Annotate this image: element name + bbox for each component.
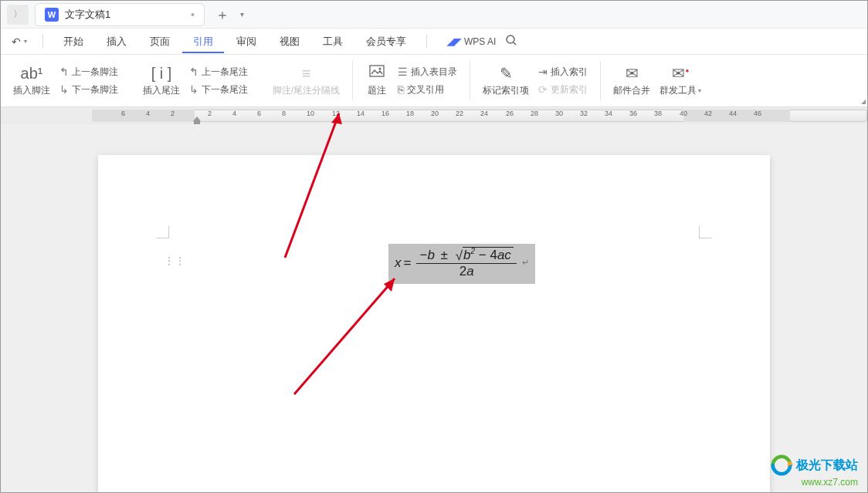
eq-var: x <box>395 255 402 271</box>
label: 更新索引 <box>551 83 588 96</box>
cross-reference-button[interactable]: ⎘交叉引用 <box>398 83 457 96</box>
ribbon-mail-group: ✉ 邮件合并 ✉● 群发工具▾ <box>601 55 714 106</box>
index-icon: ✎ <box>500 64 513 83</box>
eq-num: 2 <box>459 264 466 279</box>
ribbon-separator-group: ≡ 脚注/尾注分隔线 <box>260 55 352 106</box>
caption-icon <box>369 65 385 83</box>
wps-ai-button[interactable]: ◢◤WPS AI <box>447 36 496 47</box>
label: 群发工具 <box>659 84 697 97</box>
label: 插入表目录 <box>411 66 457 79</box>
document-tab[interactable]: W 文字文稿1 • <box>35 3 205 26</box>
prev-footnote-button[interactable]: ↰上一条脚注 <box>59 66 118 79</box>
label: 插入尾注 <box>143 84 180 97</box>
horizontal-ruler[interactable]: 6422468101214161820222426283032343638404… <box>1 107 867 124</box>
menu-tools[interactable]: 工具 <box>312 30 354 53</box>
label: 上一条脚注 <box>72 66 118 79</box>
insert-figure-table-button[interactable]: ☰插入表目录 <box>398 66 457 79</box>
equation-object[interactable]: x = −b ± b2 − 4ac 2a ↵ <box>388 244 535 284</box>
label: 下一条脚注 <box>72 83 118 96</box>
menu-review[interactable]: 审阅 <box>225 30 267 53</box>
menu-page[interactable]: 页面 <box>139 30 181 53</box>
insert-endnote-button[interactable]: [ i ] 插入尾注 <box>138 62 185 100</box>
new-tab-button[interactable]: ＋ <box>211 5 234 24</box>
indent-marker[interactable] <box>193 116 201 124</box>
update-icon: ⟳ <box>538 83 548 96</box>
mail-merge-button[interactable]: ✉ 邮件合并 <box>609 61 655 100</box>
ribbon-expand-icon[interactable]: ◢ <box>861 98 866 105</box>
footnote-separator-button: ≡ 脚注/尾注分隔线 <box>268 62 344 100</box>
ai-icon: ◢◤ <box>447 36 461 47</box>
separator <box>42 35 43 49</box>
menu-references[interactable]: 引用 <box>182 30 224 53</box>
watermark: 极光下载站 www.xz7.com <box>770 454 858 488</box>
watermark-logo-icon <box>770 454 793 477</box>
next-icon: ↳ <box>189 83 198 96</box>
menu-member[interactable]: 会员专享 <box>355 30 417 53</box>
tab-history-button[interactable]: 〉 <box>7 5 29 25</box>
eq-sign: − <box>419 248 427 262</box>
insert-index-icon: ⇥ <box>538 66 548 78</box>
next-footnote-button[interactable]: ↳下一条脚注 <box>59 83 118 96</box>
margin-corner-icon <box>699 226 711 238</box>
prev-endnote-button[interactable]: ↰上一条尾注 <box>189 66 248 79</box>
tab-dropdown-icon[interactable]: ▾ <box>240 10 244 19</box>
svg-point-0 <box>507 35 514 43</box>
paragraph-mark-icon: ↵ <box>522 258 529 268</box>
footnote-icon: ab¹ <box>21 65 43 83</box>
label: 邮件合并 <box>613 84 650 97</box>
tab-close-icon[interactable]: • <box>191 8 195 21</box>
svg-line-1 <box>514 42 516 45</box>
eq-var: c <box>504 248 511 262</box>
eq-pm: ± <box>441 248 448 262</box>
separator-icon: ≡ <box>302 65 311 83</box>
document-canvas[interactable]: x = −b ± b2 − 4ac 2a ↵ <box>1 124 867 492</box>
endnote-icon: [ i ] <box>151 65 172 83</box>
ribbon-index-group: ✎ 标记索引项 ⇥插入索引 ⟳更新索引 <box>470 55 600 106</box>
eq-equals: = <box>404 255 412 271</box>
label: 插入索引 <box>551 66 588 79</box>
menu-home[interactable]: 开始 <box>53 30 94 53</box>
label: 脚注/尾注分隔线 <box>273 84 340 97</box>
ribbon-footnote-group: ab¹ 插入脚注 ↰上一条脚注 ↳下一条脚注 <box>1 55 131 106</box>
ribbon-toolbar: ab¹ 插入脚注 ↰上一条脚注 ↳下一条脚注 [ i ] 插入尾注 ↰上一条尾注… <box>1 55 867 107</box>
eq-text: − 4 <box>475 248 497 262</box>
insert-index-button[interactable]: ⇥插入索引 <box>538 66 588 79</box>
object-drag-handle-icon[interactable] <box>164 255 186 266</box>
next-icon: ↳ <box>59 83 69 96</box>
page[interactable]: x = −b ± b2 − 4ac 2a ↵ <box>98 155 770 492</box>
ribbon-endnote-group: [ i ] 插入尾注 ↰上一条尾注 ↳下一条尾注 <box>131 55 260 106</box>
next-endnote-button[interactable]: ↳下一条尾注 <box>189 83 248 96</box>
wps-ai-label: WPS AI <box>464 36 496 47</box>
table-icon: ☰ <box>398 66 408 78</box>
title-tab-bar: 〉 W 文字文稿1 • ＋ ▾ <box>1 1 867 29</box>
bulk-mail-icon: ✉● <box>672 64 689 83</box>
eq-fraction: −b ± b2 − 4ac 2a <box>416 247 516 279</box>
label: 题注 <box>368 84 386 97</box>
update-index-button: ⟳更新索引 <box>538 83 588 96</box>
prev-icon: ↰ <box>59 66 69 78</box>
eq-var: b <box>427 248 434 262</box>
menu-view[interactable]: 视图 <box>269 30 310 53</box>
word-doc-icon: W <box>45 8 59 22</box>
label: 标记索引项 <box>483 84 529 97</box>
menu-insert[interactable]: 插入 <box>96 30 137 53</box>
insert-footnote-button[interactable]: ab¹ 插入脚注 <box>8 62 55 100</box>
eq-var: a <box>497 248 504 262</box>
ribbon-caption-group: 题注 ☰插入表目录 ⎘交叉引用 <box>353 55 470 106</box>
mark-index-button[interactable]: ✎ 标记索引项 <box>478 61 534 100</box>
menu-bar: ↶ ▾ 开始 插入 页面 引用 审阅 视图 工具 会员专享 ◢◤WPS AI <box>1 29 867 55</box>
label: 上一条尾注 <box>202 66 248 79</box>
document-title: 文字文稿1 <box>65 8 185 22</box>
label: 交叉引用 <box>407 83 444 96</box>
eq-var: a <box>466 264 473 279</box>
undo-button[interactable]: ↶ ▾ <box>5 32 33 51</box>
margin-corner-icon <box>157 226 169 238</box>
watermark-name: 极光下载站 <box>796 458 858 472</box>
bulk-send-button[interactable]: ✉● 群发工具▾ <box>655 61 706 100</box>
svg-rect-2 <box>370 66 384 76</box>
watermark-url: www.xz7.com <box>770 477 858 488</box>
caption-button[interactable]: 题注 <box>361 62 393 100</box>
prev-icon: ↰ <box>189 66 198 78</box>
search-icon[interactable] <box>505 34 517 49</box>
svg-point-3 <box>379 67 381 69</box>
